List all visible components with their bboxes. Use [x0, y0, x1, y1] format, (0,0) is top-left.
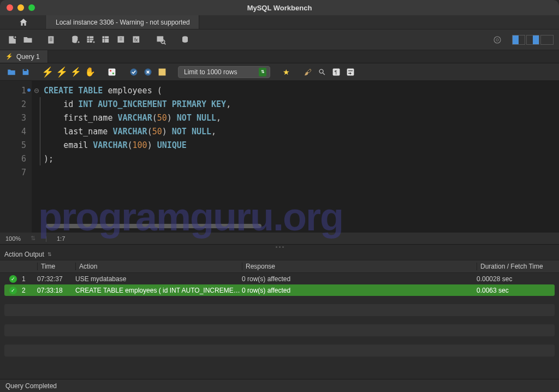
- line-number: 5: [0, 139, 32, 152]
- svg-rect-16: [109, 68, 116, 75]
- col-duration[interactable]: Duration / Fetch Time: [477, 263, 559, 270]
- row-index: 1: [22, 275, 37, 283]
- fold-toggle[interactable]: ⊖: [32, 84, 41, 98]
- pane-splitter[interactable]: [0, 245, 559, 249]
- status-text: Query Completed: [5, 382, 57, 390]
- svg-rect-1: [48, 36, 53, 43]
- editor-statusbar: 100% ⇅ | 1:7: [0, 233, 559, 245]
- toggle-wrap-button[interactable]: [344, 66, 356, 78]
- execute-button[interactable]: ⚡: [41, 66, 53, 78]
- code-line[interactable]: );: [44, 152, 559, 166]
- success-icon: ✓: [9, 275, 17, 283]
- row-duration: 0.00028 sec: [477, 275, 555, 283]
- toggle-limit-button[interactable]: [156, 66, 168, 78]
- svg-rect-25: [347, 68, 354, 75]
- row-duration: 0.0063 sec: [477, 287, 555, 294]
- line-number: 6: [0, 152, 32, 166]
- window-title: MySQL Workbench: [0, 4, 559, 12]
- code-line[interactable]: CREATE TABLE employees (: [44, 84, 559, 98]
- breakpoint-marker-icon: [27, 88, 31, 92]
- output-row[interactable]: ✓107:32:37USE mydatabase0 row(s) affecte…: [4, 273, 555, 284]
- row-response: 0 row(s) affected: [242, 275, 477, 283]
- row-limit-select[interactable]: Limit to 1000 rows ⇅: [178, 66, 270, 78]
- home-tab[interactable]: [0, 15, 47, 29]
- sql-editor[interactable]: 1234567 ⊖ CREATE TABLE employees ( id IN…: [0, 81, 559, 233]
- toggle-left-panel[interactable]: [512, 35, 525, 45]
- row-response: 0 row(s) affected: [242, 287, 477, 294]
- empty-row: [4, 304, 555, 316]
- stepper-icon: ⇅: [259, 68, 266, 76]
- cursor-position: 1:7: [57, 235, 65, 242]
- col-response[interactable]: Response: [242, 263, 477, 270]
- execute-current-button[interactable]: ⚡: [56, 66, 68, 78]
- row-limit-label: Limit to 1000 rows: [184, 68, 237, 76]
- settings-button[interactable]: [490, 33, 504, 47]
- connection-tab-label: Local instance 3306 - Warning - not supp…: [56, 19, 190, 26]
- empty-row: [4, 324, 555, 336]
- line-number: 7: [0, 166, 32, 180]
- svg-point-14: [496, 38, 499, 41]
- output-row[interactable]: ✓207:33:18CREATE TABLE employees ( id IN…: [4, 284, 555, 296]
- row-time: 07:32:37: [37, 275, 75, 283]
- rollback-button[interactable]: [142, 66, 154, 78]
- connection-tab[interactable]: Local instance 3306 - Warning - not supp…: [47, 15, 199, 29]
- commit-button[interactable]: [128, 66, 140, 78]
- new-sql-tab-button[interactable]: [5, 33, 20, 47]
- output-rows: ✓107:32:37USE mydatabase0 row(s) affecte…: [0, 273, 559, 361]
- svg-rect-21: [159, 68, 166, 75]
- explain-button[interactable]: ⚡: [70, 66, 82, 78]
- col-action[interactable]: Action: [75, 263, 242, 270]
- svg-point-13: [494, 37, 501, 43]
- svg-point-18: [112, 72, 114, 74]
- line-gutter: 1234567: [0, 81, 32, 233]
- success-icon: ✓: [9, 287, 17, 294]
- query-tabbar: ⚡ Query 1: [0, 50, 559, 63]
- reconnect-button[interactable]: [178, 33, 192, 47]
- svg-rect-6: [103, 36, 109, 43]
- zoom-level[interactable]: 100%: [5, 235, 21, 242]
- create-schema-button[interactable]: [69, 33, 83, 47]
- col-time[interactable]: Time: [37, 263, 75, 270]
- code-line[interactable]: last_name VARCHAR(50) NOT NULL,: [44, 125, 559, 139]
- line-number: 2: [0, 98, 32, 111]
- row-action: USE mydatabase: [75, 275, 242, 283]
- create-table-button[interactable]: [84, 33, 98, 47]
- open-sql-button[interactable]: [21, 33, 35, 47]
- search-replace-button[interactable]: [316, 66, 328, 78]
- toggle-invisible-button[interactable]: ¶: [330, 66, 342, 78]
- search-table-button[interactable]: [154, 33, 168, 47]
- home-icon: [19, 17, 28, 27]
- connection-tabbar: Local instance 3306 - Warning - not supp…: [0, 15, 559, 29]
- code-area[interactable]: CREATE TABLE employees ( id INT AUTO_INC…: [41, 81, 559, 233]
- svg-point-22: [319, 69, 323, 73]
- query-tab[interactable]: ⚡ Query 1: [0, 50, 48, 63]
- titlebar: MySQL Workbench: [0, 0, 559, 15]
- beautify-button[interactable]: ★: [280, 66, 292, 78]
- svg-text:¶: ¶: [335, 69, 337, 75]
- row-action: CREATE TABLE employees ( id INT AUTO_INC…: [75, 287, 242, 294]
- toggle-right-panel[interactable]: [540, 35, 554, 45]
- horizontal-scrollbar[interactable]: [46, 224, 261, 228]
- code-line[interactable]: id INT AUTO_INCREMENT PRIMARY KEY,: [44, 98, 559, 111]
- code-line[interactable]: first_name VARCHAR(50) NOT NULL,: [44, 111, 559, 125]
- find-button[interactable]: 🖌: [302, 66, 314, 78]
- toggle-autocommit-button[interactable]: [106, 66, 118, 78]
- fold-guide: [40, 97, 40, 165]
- save-button[interactable]: [20, 66, 32, 78]
- inspector-button[interactable]: [45, 33, 59, 47]
- line-number: 4: [0, 125, 32, 139]
- stepper-icon: ⇅: [31, 235, 35, 242]
- code-line[interactable]: email VARCHAR(100) UNIQUE: [44, 139, 559, 152]
- stop-button[interactable]: ✋: [84, 66, 96, 78]
- query-tab-label: Query 1: [16, 53, 40, 61]
- create-view-button[interactable]: [99, 33, 114, 47]
- open-file-button[interactable]: [5, 66, 17, 78]
- line-number: 1: [0, 84, 32, 98]
- create-procedure-button[interactable]: [115, 33, 129, 47]
- svg-rect-7: [118, 36, 124, 43]
- toggle-bottom-panel[interactable]: [526, 35, 539, 45]
- create-function-button[interactable]: fx: [130, 33, 144, 47]
- svg-point-17: [110, 70, 111, 72]
- output-mode-select[interactable]: Action Output: [4, 251, 44, 258]
- lightning-icon: ⚡: [5, 53, 13, 60]
